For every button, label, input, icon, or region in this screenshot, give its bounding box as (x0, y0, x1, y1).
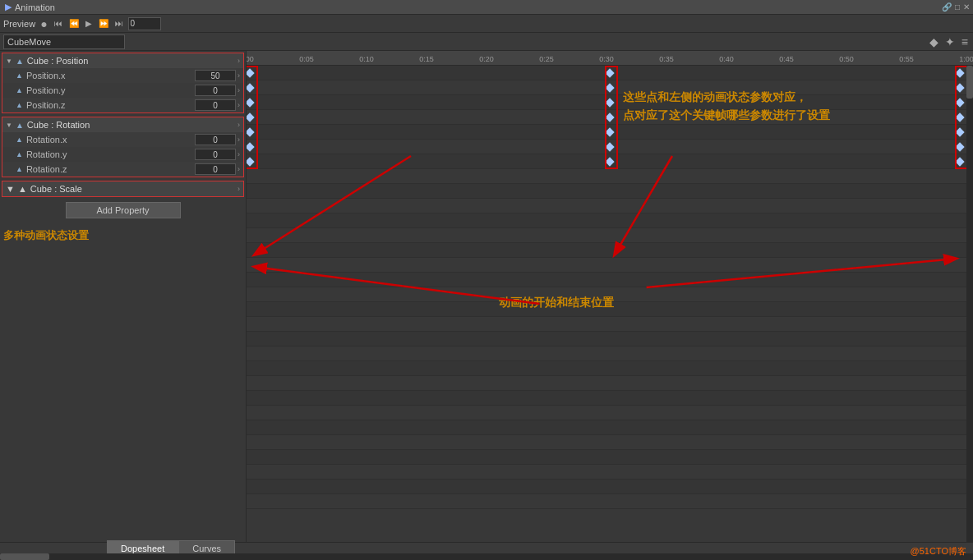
ruler-tick-3: 0:15 (419, 55, 434, 63)
position-y-arrow: › (237, 86, 240, 94)
ruler-tick-7: 0:35 (659, 55, 674, 63)
ruler-tick-12: 1:00 (959, 55, 973, 63)
rotation-y-arrow: › (237, 150, 240, 158)
rotation-z-label: Rotation.z (26, 164, 195, 174)
keyframe-diamond[interactable] (955, 112, 964, 122)
timeline-content[interactable]: 这些点和左侧的动画状态参数对应，点对应了这个关键帧哪些参数进行了设置动画的开始和… (247, 66, 973, 542)
ruler-tick-2: 0:10 (359, 55, 374, 63)
title-bar-title: Animation (15, 2, 55, 12)
rotation-x-icon: ▲ (16, 135, 23, 144)
title-bar-controls[interactable]: 🔗 □ ✕ (942, 2, 970, 11)
maximize-icon[interactable]: □ (955, 2, 960, 11)
keyframe-diamond[interactable] (247, 98, 255, 107)
scrollbar-horizontal-thumb[interactable] (0, 553, 49, 560)
rotation-x-label: Rotation.x (26, 135, 195, 145)
keyframe-diamond[interactable] (955, 68, 964, 77)
keyframe-diamond[interactable] (247, 68, 255, 77)
rotation-group-header[interactable]: ▼ ▲ Cube : Rotation › (2, 117, 243, 132)
keyframe-diamond[interactable] (955, 127, 964, 136)
add-property-btn[interactable]: Add Property (66, 202, 181, 218)
rotation-z-row: ▲ Rotation.z › (2, 162, 243, 177)
rotation-y-icon: ▲ (16, 150, 23, 158)
prev-prev-btn[interactable]: ⏮ (53, 20, 64, 28)
keyframe-diamond[interactable] (605, 112, 614, 122)
keyframe-diamond[interactable] (955, 157, 964, 166)
position-y-input[interactable] (195, 85, 236, 96)
rotation-group-arrow: › (237, 121, 240, 129)
position-x-label: Position.x (26, 71, 195, 80)
close-icon[interactable]: ✕ (963, 2, 970, 11)
position-group-arrow: › (237, 57, 240, 65)
position-group: ▼ ▲ Cube : Position › ▲ Position.x › ▲ P… (2, 53, 244, 113)
position-x-arrow: › (237, 71, 240, 80)
timeline-ruler: 0:000:050:100:150:200:250:300:350:400:45… (247, 51, 973, 66)
keyframe-diamond[interactable] (247, 127, 255, 136)
scale-group-arrow: › (237, 185, 240, 193)
position-x-input[interactable] (195, 70, 236, 81)
rotation-x-row: ▲ Rotation.x › (2, 132, 243, 147)
frame-input[interactable] (128, 17, 161, 30)
keyframe-diamond[interactable] (247, 142, 255, 151)
next-btn[interactable]: ⏩ (97, 20, 110, 28)
main-area: ▼ ▲ Cube : Position › ▲ Position.x › ▲ P… (0, 51, 973, 542)
position-z-label: Position.z (26, 100, 195, 110)
rotation-y-label: Rotation.y (26, 149, 195, 159)
toolbar2: ◆ ✦ ≡ (0, 33, 973, 51)
keyframe-diamond[interactable] (247, 83, 255, 92)
scale-icon: ▲ (18, 184, 27, 194)
prev-btn[interactable]: ⏪ (67, 20, 81, 28)
play-btn[interactable]: ▶ (84, 20, 94, 28)
keyframe-diamond[interactable] (247, 112, 255, 122)
next-next-btn[interactable]: ⏭ (113, 20, 125, 28)
scrollbar-horizontal[interactable] (0, 553, 973, 560)
position-z-input[interactable] (195, 99, 236, 111)
ruler-tick-6: 0:30 (599, 55, 614, 63)
ruler-tick-4: 0:20 (479, 55, 494, 63)
keyframe-diamond[interactable] (955, 142, 964, 151)
rotation-x-input[interactable] (195, 134, 236, 145)
rotation-z-input[interactable] (195, 163, 236, 175)
position-y-icon: ▲ (16, 86, 23, 94)
position-z-arrow: › (237, 101, 240, 109)
rotation-group-label: Cube : Rotation (27, 120, 90, 130)
animation-icon: ▶ (5, 2, 12, 12)
annotation-text4: 动画的开始和结束位置 (499, 296, 614, 310)
keyframe-diamond[interactable] (247, 157, 255, 166)
keyframe-area: 这些点和左侧的动画状态参数对应，点对应了这个关键帧哪些参数进行了设置动画的开始和… (247, 66, 973, 542)
preview-label: Preview (3, 19, 35, 29)
title-bar: ▶ Animation 🔗 □ ✕ (0, 0, 973, 15)
star-icon-btn[interactable]: ✦ (943, 36, 957, 48)
scale-group: ▼ ▲ Cube : Scale › (2, 181, 244, 197)
keyframe-diamond[interactable] (605, 127, 614, 136)
clip-name-input[interactable] (3, 34, 125, 49)
left-panel: ▼ ▲ Cube : Position › ▲ Position.x › ▲ P… (0, 51, 247, 542)
menu-icon-btn[interactable]: ≡ (960, 36, 970, 48)
record-btn[interactable]: ● (39, 18, 48, 30)
scrollbar-vertical-thumb[interactable] (966, 66, 973, 99)
rotation-z-icon: ▲ (16, 165, 23, 173)
minimize-icon[interactable]: 🔗 (942, 2, 952, 11)
annotation-text1: 多种动画状态设置 (3, 228, 242, 243)
rotation-y-input[interactable] (195, 149, 236, 160)
keyframe-diamond[interactable] (605, 83, 614, 92)
position-group-header[interactable]: ▼ ▲ Cube : Position › (2, 53, 243, 68)
keyframe-diamond[interactable] (955, 83, 964, 92)
keyframe-diamond[interactable] (605, 68, 614, 77)
ruler-tick-10: 0:50 (839, 55, 854, 63)
scrollbar-vertical[interactable] (966, 66, 973, 542)
diamond-icon-btn[interactable]: ◆ (928, 36, 940, 48)
ruler-tick-0: 0:00 (247, 55, 254, 63)
rotation-collapse-triangle: ▼ (6, 122, 12, 129)
scale-group-header[interactable]: ▼ ▲ Cube : Scale › (2, 181, 243, 196)
keyframe-diamond[interactable] (955, 98, 964, 107)
keyframe-diamond[interactable] (605, 98, 614, 107)
position-z-row: ▲ Position.z › (2, 98, 243, 112)
scale-collapse-triangle: ▼ (6, 184, 15, 194)
keyframe-diamond[interactable] (605, 157, 614, 166)
collapse-triangle: ▼ (6, 57, 12, 65)
ruler-tick-8: 0:40 (719, 55, 734, 63)
ruler-tick-5: 0:25 (539, 55, 554, 63)
keyframe-diamond[interactable] (605, 142, 614, 151)
annotation-text2: 这些点和左侧的动画状态参数对应， (623, 90, 807, 105)
annotation-text3: 点对应了这个关键帧哪些参数进行了设置 (623, 108, 830, 123)
